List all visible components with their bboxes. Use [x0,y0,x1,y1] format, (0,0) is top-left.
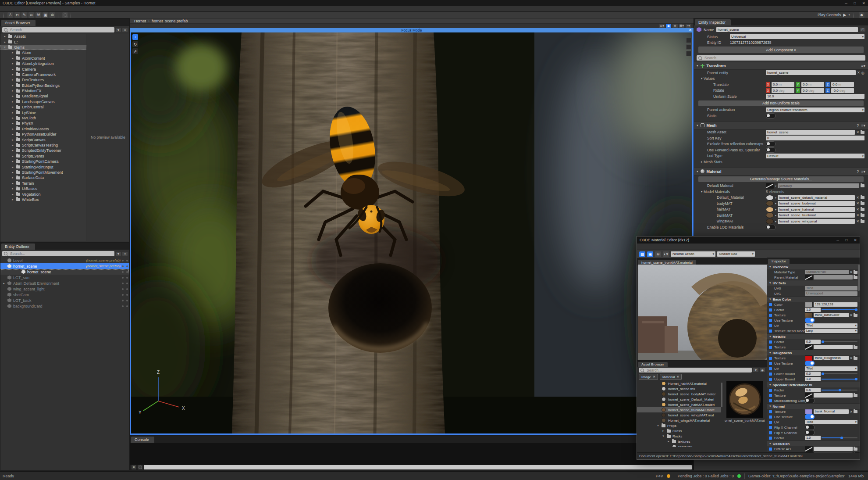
expand-icon[interactable]: ▸ [11,176,14,179]
use-texture-toggle[interactable] [805,414,815,419]
exclude-reflection-toggle[interactable] [766,141,776,147]
environment-icon[interactable]: ⊕ [655,251,661,257]
texture-field[interactable]: trunk_Normal [814,409,849,414]
tab-asset-browser[interactable]: Asset Browser [1,20,36,26]
visibility-lock-icons[interactable] [122,305,128,307]
visibility-lock-icons[interactable] [122,260,128,261]
asset-tree-item[interactable]: ▸ ScriptedEntityTweener [0,148,86,153]
close-icon[interactable]: ✕ [859,1,868,5]
expand-icon[interactable]: ▸ [11,133,14,136]
outliner-row[interactable]: ▸ LGT_sun [0,275,129,280]
collapse-icon[interactable]: ▾ [3,46,7,49]
r otate-z[interactable]: -0.0deg [831,88,854,93]
asset-tree-item[interactable]: ▸ CameraFramework [0,72,86,77]
asset-tree-item[interactable]: ▸ StartingPointCamera [0,159,86,164]
sort-icon[interactable]: ≡ [122,252,128,256]
texture-field[interactable]: trunk_Roughness [814,356,849,360]
tab-console[interactable]: Console [131,437,154,443]
static-toggle[interactable] [766,113,776,118]
expand-icon[interactable]: ▸ [11,100,14,104]
property-link-icon[interactable] [769,399,772,402]
metallic-section[interactable]: ▾Metallic [767,333,860,339]
asset-folder-row[interactable]: Props [637,423,721,428]
asset-tree-item[interactable]: ▸ NvCloth [0,115,86,121]
material-swatch[interactable] [766,183,774,189]
expand-icon[interactable]: ▸ [11,160,14,163]
clear-icon[interactable]: ✕ [850,356,853,360]
property-link-icon[interactable] [769,324,772,327]
lower-bound-slider[interactable] [822,373,857,374]
rotate-y[interactable]: 0.0deg [801,88,824,93]
material-section-header[interactable]: ▾ Material ?≡▾ [694,168,868,176]
browse-icon[interactable] [854,346,857,349]
property-link-icon[interactable] [769,426,772,429]
screenshot-icon[interactable]: ▣ [647,251,653,257]
mesh-asset-field[interactable]: hornet_scene [766,130,855,135]
expand-icon[interactable]: ▸ [11,165,14,169]
uv-dropdown[interactable]: Tiled [805,420,857,424]
material-swatch[interactable] [766,195,774,201]
preview-eye-icon[interactable]: ◉ [760,368,765,372]
expand-icon[interactable]: ▸ [11,105,14,109]
close-icon[interactable]: ✕ [851,238,860,242]
asset-folder-row[interactable]: Grass [637,428,721,433]
factor-slider[interactable] [822,390,857,390]
asset-tree-item[interactable]: ▸ EMotionFX [0,88,86,93]
browse-icon[interactable] [861,208,864,211]
property-link-icon[interactable] [769,367,772,370]
expand-icon[interactable]: ▸ [11,187,14,190]
asset-tree-item[interactable]: ▸ WhiteBox [0,197,86,202]
property-link-icon[interactable] [769,448,772,451]
expand-icon[interactable]: ▸ [2,282,6,285]
browse-icon[interactable] [861,131,864,134]
search-input[interactable] [704,55,864,61]
browse-icon[interactable] [854,271,857,274]
viewport-menu-icon[interactable]: ≡▾ [686,24,691,28]
asset-tree-item[interactable]: ▸ Atom [0,50,86,55]
browse-icon[interactable] [861,202,864,205]
lod-type-dropdown[interactable]: Default [766,154,864,158]
property-link-icon[interactable] [769,416,772,419]
material-preview-viewport[interactable] [638,265,767,360]
component-menu-icon[interactable]: ≡▾ [861,123,865,128]
asset-tree-item[interactable]: ▸ PythonAssetBuilder [0,132,86,137]
material-swatch[interactable] [766,207,774,212]
expand-icon[interactable]: ▸ [11,138,14,142]
expand-icon[interactable]: ▸ [11,57,14,60]
expand-icon[interactable]: ▸ [11,198,14,201]
tonemap-icon[interactable]: ◐▾ [663,251,669,257]
expand-icon[interactable]: ▸ [11,127,14,131]
component-search[interactable] [697,55,865,61]
asset-tree-item[interactable]: ▸ UiBasics [0,186,86,191]
asset-tree-item[interactable]: ▸ LyShine [0,110,86,115]
clear-icon[interactable]: ✕ [857,71,860,75]
visibility-lock-icons[interactable] [122,277,128,279]
visibility-lock-icons[interactable] [122,294,128,296]
factor-field[interactable]: 1.0 [805,308,821,312]
texture-thumb[interactable] [805,312,813,318]
camera-select-icon[interactable]: ▭▾ [659,24,665,28]
factor-slider[interactable] [822,309,857,310]
property-link-icon[interactable] [769,319,772,322]
asset-file-row[interactable]: hornet_scene_hairMAT.materi [637,402,721,407]
asset-file-row[interactable]: hornet_scene_bodyMAT.mater [637,391,721,397]
visibility-lock-icons[interactable] [122,288,128,290]
clear-icon[interactable]: ✕ [856,213,859,217]
property-link-icon[interactable] [769,389,772,392]
asset-tree-item[interactable]: ▸ LmbrCentral [0,104,86,110]
asset-tree-item[interactable]: ▸ Assets [0,34,86,39]
translate-y[interactable]: 0.0m [801,82,824,87]
factor-field[interactable]: 0.0 [805,340,821,344]
property-link-icon[interactable] [769,421,772,424]
expand-icon[interactable]: ▸ [11,182,14,185]
viewport-side-button[interactable] [686,51,691,56]
expand-icon[interactable]: ▸ [11,73,14,76]
tab-inspector[interactable]: Inspector [768,259,790,264]
entity-options-icon[interactable]: ◳ [860,28,865,32]
factor-slider[interactable] [822,437,857,438]
material-swatch[interactable] [766,212,774,218]
expand-icon[interactable]: ▸ [11,171,14,174]
search-input[interactable] [9,27,113,32]
remove-filter-icon[interactable]: ✕ [677,375,679,379]
multiscatter-toggle[interactable] [805,398,815,403]
